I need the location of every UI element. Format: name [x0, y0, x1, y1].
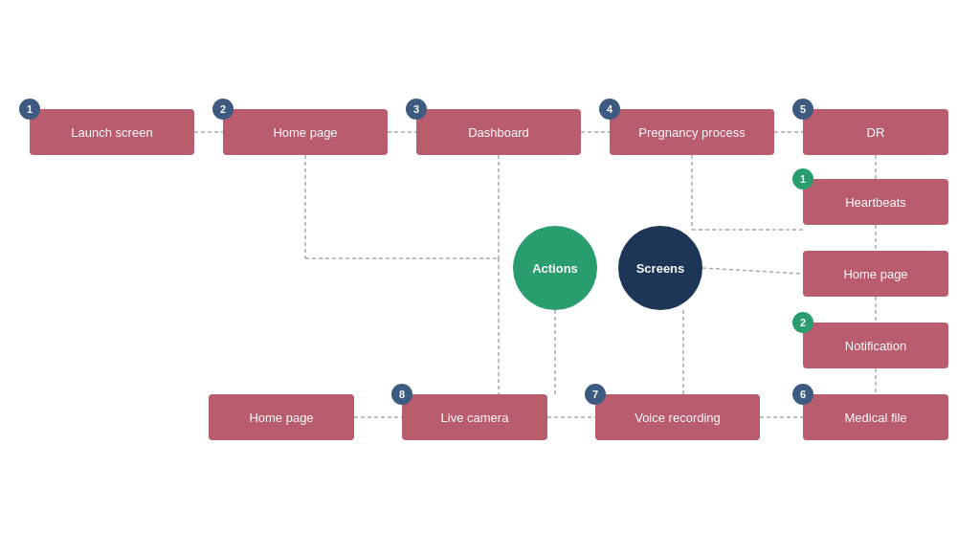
- badge-1: 1: [19, 99, 40, 120]
- live-camera-node[interactable]: 8 Live camera: [402, 394, 547, 440]
- launch-screen-label: Launch screen: [71, 125, 152, 140]
- badge-1-green: 1: [792, 168, 813, 189]
- live-camera-label: Live camera: [441, 411, 509, 425]
- voice-recording-node[interactable]: 7 Voice recording: [595, 394, 760, 440]
- badge-6: 6: [792, 384, 813, 405]
- home-page-node-1[interactable]: 2 Home page: [223, 109, 388, 155]
- medical-file-node[interactable]: 6 Medical file: [803, 394, 948, 440]
- heartbeats-node[interactable]: 1 Heartbeats: [803, 179, 948, 225]
- dashboard-node[interactable]: 3 Dashboard: [416, 109, 581, 155]
- screens-circle[interactable]: Screens: [618, 226, 702, 310]
- medical-file-label: Medical file: [844, 411, 906, 425]
- home-page-2-label: Home page: [843, 267, 907, 281]
- home-page-3-label: Home page: [249, 411, 313, 425]
- dr-label: DR: [867, 125, 885, 140]
- pregnancy-process-label: Pregnancy process: [638, 125, 745, 140]
- svg-line-13: [702, 268, 803, 274]
- actions-circle[interactable]: Actions: [513, 226, 597, 310]
- dr-node[interactable]: 5 DR: [803, 109, 948, 155]
- screens-label: Screens: [636, 261, 685, 276]
- pregnancy-process-node[interactable]: 4 Pregnancy process: [610, 109, 774, 155]
- notification-node[interactable]: 2 Notification: [803, 322, 948, 368]
- badge-2-green: 2: [792, 312, 813, 333]
- home-page-node-3[interactable]: Home page: [209, 394, 354, 440]
- launch-screen-node[interactable]: 1 Launch screen: [30, 109, 194, 155]
- badge-5: 5: [792, 99, 813, 120]
- badge-3: 3: [406, 99, 427, 120]
- badge-7: 7: [585, 384, 606, 405]
- actions-label: Actions: [532, 261, 578, 276]
- voice-recording-label: Voice recording: [635, 411, 721, 425]
- dashboard-label: Dashboard: [468, 125, 529, 140]
- home-page-node-2[interactable]: Home page: [803, 251, 948, 297]
- badge-4: 4: [599, 99, 620, 120]
- heartbeats-label: Heartbeats: [845, 195, 906, 210]
- badge-2: 2: [212, 99, 234, 120]
- badge-8: 8: [391, 384, 412, 405]
- canvas: 1 Launch screen 2 Home page 3 Dashboard …: [0, 0, 980, 556]
- home-page-1-label: Home page: [273, 125, 337, 140]
- notification-label: Notification: [845, 339, 906, 353]
